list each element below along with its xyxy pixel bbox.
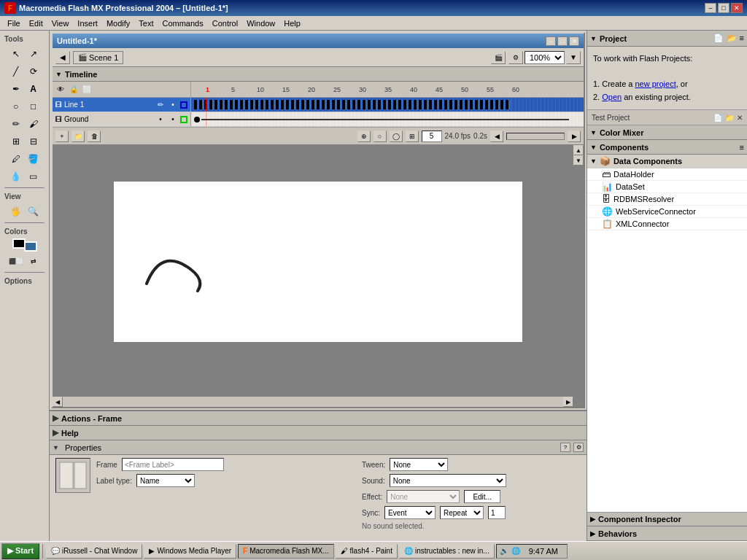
- comp-webservice[interactable]: 🌐 WebServiceConnector: [587, 206, 747, 218]
- option3[interactable]: [8, 306, 24, 322]
- doc-minimize[interactable]: –: [546, 36, 556, 46]
- test-icon-2[interactable]: 📁: [725, 114, 734, 122]
- comp-dataholder[interactable]: 🗃 DataHolder: [587, 168, 747, 181]
- scroll-left-stage-btn[interactable]: ◀: [53, 397, 63, 407]
- layer-lock-ground[interactable]: •: [168, 115, 178, 123]
- test-icon-1[interactable]: 📄: [713, 114, 722, 122]
- option6[interactable]: [26, 323, 42, 339]
- scroll-right-btn[interactable]: ▶: [568, 131, 581, 142]
- props-header[interactable]: ▼ Properties ? ⚙: [50, 440, 587, 455]
- layer-outline-ground[interactable]: [180, 116, 187, 123]
- menu-edit[interactable]: Edit: [25, 18, 47, 29]
- brush-tool[interactable]: 🖌: [26, 116, 42, 132]
- onion-skin-btn[interactable]: ○: [374, 131, 387, 142]
- layer-row-line1[interactable]: 🎞 Line 1 ✏ •: [53, 98, 584, 112]
- effect-select[interactable]: None: [387, 490, 460, 503]
- option4[interactable]: [26, 306, 42, 322]
- layer-row-ground[interactable]: 🎞 Ground • •: [53, 112, 584, 127]
- black-white-btn[interactable]: ⬛⬜: [8, 253, 24, 269]
- sound-select[interactable]: None: [390, 474, 506, 487]
- layer-eye-ground[interactable]: •: [155, 115, 166, 123]
- repeat-select[interactable]: Repeat Loop: [440, 506, 484, 519]
- scroll-up-btn[interactable]: ▲: [573, 145, 584, 155]
- frame-center-btn[interactable]: ⊕: [357, 131, 371, 142]
- fill-transform-tool[interactable]: ⊟: [26, 133, 42, 149]
- edit-multiple-btn[interactable]: ⊞: [406, 131, 419, 142]
- frame-label-input[interactable]: [122, 458, 224, 471]
- pencil-tool[interactable]: ✏: [8, 116, 24, 132]
- bucket-tool[interactable]: 🪣: [26, 151, 42, 167]
- edit-symbols-btn[interactable]: ⚙: [508, 51, 523, 64]
- props-info-btn[interactable]: ?: [560, 443, 570, 452]
- option2[interactable]: [26, 288, 42, 304]
- scroll-down-btn[interactable]: ▼: [573, 155, 584, 166]
- menu-file[interactable]: File: [3, 18, 25, 29]
- maximize-button[interactable]: □: [718, 3, 729, 13]
- zoom-arrow[interactable]: ▼: [566, 51, 581, 64]
- arrow-tool[interactable]: ↖: [8, 46, 24, 62]
- comp-rdbmsresolver[interactable]: 🗄 RDBMSResolver: [587, 193, 747, 206]
- taskbar-flash[interactable]: F Macromedia Flash MX...: [238, 544, 333, 559]
- menu-commands[interactable]: Commands: [158, 18, 207, 29]
- taskbar-chat[interactable]: 💬 iRussell - Chat Window: [46, 544, 142, 559]
- actions-header[interactable]: ▶ Actions - Frame: [50, 411, 587, 426]
- fill-color[interactable]: [24, 241, 37, 252]
- stage-scrollbar-h[interactable]: ◀ ▶: [53, 397, 573, 407]
- option5[interactable]: [8, 323, 24, 339]
- menu-window[interactable]: Window: [242, 18, 279, 29]
- timeline-header[interactable]: Timeline: [53, 67, 584, 82]
- swap-colors-btn[interactable]: ⇄: [26, 253, 42, 269]
- menu-control[interactable]: Control: [208, 18, 242, 29]
- add-folder-btn[interactable]: 📁: [71, 131, 85, 142]
- proj-options-icon[interactable]: ≡: [740, 34, 744, 43]
- frame-number-input[interactable]: 5: [422, 131, 442, 142]
- comp-dataset[interactable]: 📊 DataSet: [587, 181, 747, 193]
- option1[interactable]: [8, 288, 24, 304]
- minimize-button[interactable]: –: [705, 3, 716, 13]
- behaviors-panel[interactable]: ▶ Behaviors: [587, 526, 747, 541]
- props-options-btn[interactable]: ⚙: [573, 443, 584, 452]
- back-button[interactable]: ◀: [55, 51, 70, 64]
- tween-select[interactable]: None Motion Shape: [390, 458, 448, 471]
- add-layer-btn[interactable]: +: [55, 131, 69, 142]
- repeat-count-input[interactable]: [488, 506, 506, 519]
- layer-lock-line1[interactable]: •: [168, 101, 178, 109]
- menu-modify[interactable]: Modify: [102, 18, 134, 29]
- rect-tool[interactable]: □: [26, 98, 42, 114]
- tray-icon-1[interactable]: 🔊: [500, 547, 508, 555]
- sync-select[interactable]: Event Start Stop Stream: [384, 506, 436, 519]
- menu-text[interactable]: Text: [134, 18, 158, 29]
- proj-new-icon[interactable]: 📄: [713, 34, 724, 43]
- components-header[interactable]: ▼ Components ≡: [587, 140, 747, 155]
- stage-scrollbar-v[interactable]: ▲ ▼: [573, 145, 584, 397]
- freexform-tool[interactable]: ⊞: [8, 133, 24, 149]
- timeline-scrollbar[interactable]: [506, 133, 565, 140]
- color-mixer-panel[interactable]: ▼ Color Mixer: [587, 125, 747, 140]
- line-tool[interactable]: ╱: [8, 63, 24, 79]
- scroll-left-btn[interactable]: ◀: [490, 131, 503, 142]
- pen-tool[interactable]: ✒: [8, 81, 24, 97]
- help-header[interactable]: ▶ Help: [50, 426, 587, 440]
- ink-bottle-tool[interactable]: 🖊: [8, 151, 24, 167]
- new-project-link[interactable]: new project: [635, 79, 676, 88]
- delete-layer-btn[interactable]: 🗑: [88, 131, 101, 142]
- layer-outline-line1[interactable]: [180, 101, 187, 109]
- close-button[interactable]: ✕: [731, 3, 743, 13]
- menu-insert[interactable]: Insert: [73, 18, 102, 29]
- hand-tool[interactable]: 🖐: [8, 203, 24, 219]
- test-icon-3[interactable]: ✕: [737, 114, 743, 122]
- layer-eye-line1[interactable]: ✏: [155, 101, 166, 109]
- edit-sound-btn[interactable]: Edit...: [464, 490, 500, 503]
- lasso-tool[interactable]: ⟳: [26, 63, 42, 79]
- subselect-tool[interactable]: ↗: [26, 46, 42, 62]
- doc-close[interactable]: ✕: [569, 36, 579, 46]
- taskbar-paint[interactable]: 🖌 flash4 - Paint: [336, 544, 398, 559]
- menu-view[interactable]: View: [47, 18, 74, 29]
- proj-open-icon[interactable]: 📂: [727, 34, 737, 43]
- start-button[interactable]: ▶ Start: [1, 543, 39, 559]
- component-inspector-panel[interactable]: ▶ Component Inspector: [587, 512, 747, 526]
- taskbar-browser[interactable]: 🌐 instructables : new in...: [399, 544, 495, 559]
- components-options-icon[interactable]: ≡: [740, 143, 744, 152]
- menu-help[interactable]: Help: [279, 18, 305, 29]
- onion-outline-btn[interactable]: ◯: [390, 131, 403, 142]
